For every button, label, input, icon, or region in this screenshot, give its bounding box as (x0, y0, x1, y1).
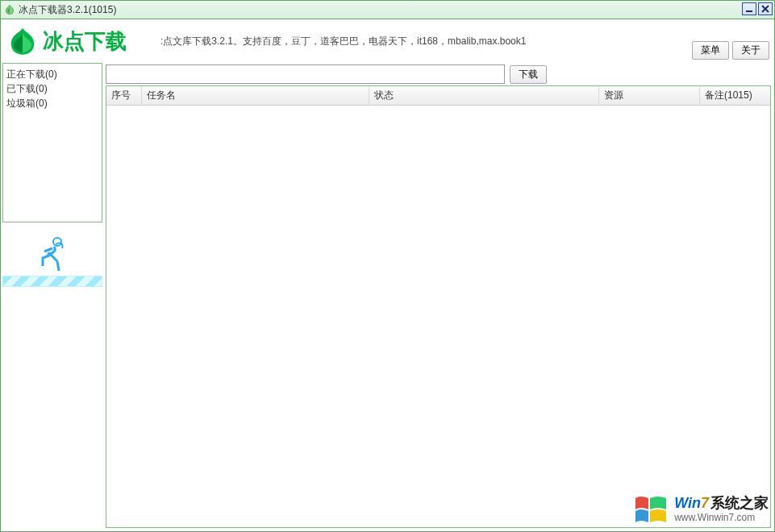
sidebar-item-downloading[interactable]: 正在下载(0) (6, 67, 98, 81)
col-resource[interactable]: 资源 (599, 86, 700, 105)
url-input[interactable] (106, 64, 505, 84)
task-list-header: 序号 任务名 状态 资源 备注(1015) (106, 86, 770, 106)
sidebar-item-downloaded[interactable]: 已下载(0) (6, 81, 98, 96)
logo-text: 冰点下载 (43, 27, 127, 56)
sidebar-item-trash[interactable]: 垃圾箱(0) (6, 96, 98, 110)
url-row: 下载 (106, 64, 771, 84)
status-list: 正在下载(0) 已下载(0) 垃圾箱(0) (2, 63, 102, 222)
window-title: 冰点下载器3.2.1(1015) (19, 3, 116, 17)
col-note[interactable]: 备注(1015) (700, 86, 770, 105)
title-bar: 冰点下载器3.2.1(1015) (0, 0, 775, 19)
content: 下载 序号 任务名 状态 资源 备注(1015) (104, 63, 774, 531)
task-list-panel: 序号 任务名 状态 资源 备注(1015) (106, 85, 771, 528)
window-controls (742, 2, 773, 15)
logo: 冰点下载 (1, 26, 154, 56)
menu-button[interactable]: 菜单 (692, 41, 729, 60)
header: 冰点下载 :点文库下载3.2.1。支持百度，豆丁，道客巴巴，电器天下，it168… (0, 19, 775, 63)
stripe-bar (2, 276, 102, 287)
logo-icon (7, 26, 38, 56)
header-buttons: 菜单 关于 (692, 41, 769, 60)
sidebar-ad (2, 227, 102, 287)
main: 正在下载(0) 已下载(0) 垃圾箱(0) 下载 (0, 63, 775, 532)
minimize-button[interactable] (742, 2, 756, 15)
svg-point-3 (53, 238, 61, 246)
download-button[interactable]: 下载 (510, 65, 547, 84)
runner-icon (2, 235, 102, 274)
app-icon (4, 4, 15, 15)
close-button[interactable] (758, 2, 773, 15)
about-button[interactable]: 关于 (732, 41, 769, 60)
col-name[interactable]: 任务名 (142, 86, 369, 105)
task-list-body (106, 106, 770, 527)
col-seq[interactable]: 序号 (106, 86, 142, 105)
col-status[interactable]: 状态 (369, 86, 599, 105)
sidebar: 正在下载(0) 已下载(0) 垃圾箱(0) (1, 63, 104, 531)
marquee-text: :点文库下载3.2.1。支持百度，豆丁，道客巴巴，电器天下，it168，mbal… (154, 35, 774, 48)
